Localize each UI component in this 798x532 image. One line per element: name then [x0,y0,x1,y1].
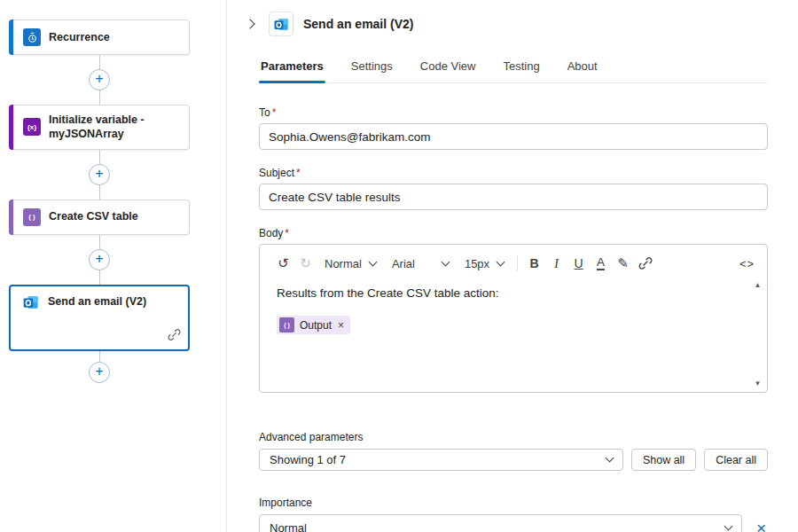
panel-header: Send an email (V2) [241,12,798,36]
plus-icon: + [95,167,103,181]
tab-settings[interactable]: Settings [349,54,395,82]
recurrence-icon [23,28,41,46]
tab-testing[interactable]: Testing [501,54,541,82]
italic-icon[interactable]: I [545,252,567,275]
highlight-icon[interactable]: ✎ [612,252,634,275]
chevron-down-icon [724,521,732,530]
font-size-dropdown[interactable]: 15px [457,252,512,275]
importance-row: Normal × [259,514,768,532]
panel-tabs: Parameters Settings Code View Testing Ab… [259,54,768,83]
create-csv-table-icon: ( ) [23,208,41,226]
bold-icon[interactable]: B [523,252,545,275]
collapse-panel-button[interactable] [241,13,259,35]
paragraph-style-dropdown[interactable]: Normal [317,252,384,275]
show-all-button[interactable]: Show all [631,449,696,471]
tab-about[interactable]: About [566,54,599,82]
node-label: Initialize variable - myJSONArray [49,113,180,142]
subject-label: Subject* [259,167,768,179]
flow-node-initialize-variable[interactable]: {x} Initialize variable - myJSONArray [9,105,190,150]
tab-code-view[interactable]: Code View [419,54,478,82]
body-field: Body* ↺ ↻ Normal Arial [259,227,768,393]
insert-step-button[interactable]: + [89,362,110,383]
insert-step-button[interactable]: + [89,249,110,270]
insert-step-button[interactable]: + [89,69,110,90]
plus-icon: + [95,364,103,379]
scroll-down-icon[interactable]: ▼ [755,380,762,387]
advanced-parameters-dropdown[interactable]: Showing 1 of 7 [259,449,623,471]
font-color-icon[interactable]: A [590,252,612,275]
node-header: Send an email (V2) [22,293,181,311]
required-asterisk: * [272,106,277,119]
advanced-parameters-label: Advanced parameters [259,431,768,443]
to-input[interactable] [259,123,768,150]
flow-connector: + [9,150,190,200]
tab-parameters[interactable]: Parameters [259,54,325,82]
remove-token-icon[interactable]: × [338,319,344,332]
required-asterisk: * [296,167,301,179]
link-icon[interactable] [168,328,181,345]
flow-node-send-email-selected[interactable]: Send an email (V2) [9,285,190,351]
font-family-dropdown[interactable]: Arial [384,252,457,275]
to-field: To* [259,106,768,150]
output-token-chip[interactable]: ( ) Output × [277,316,350,334]
outlook-icon [22,293,40,311]
flow-canvas: Recurrence + {x} Initialize variable - m… [0,0,227,532]
undo-icon[interactable]: ↺ [272,252,294,275]
flow-connector: + [9,55,190,105]
flow-node-create-csv-table[interactable]: ( ) Create CSV table [9,200,190,235]
flow-connector: + [9,235,190,285]
size-value: 15px [465,257,489,270]
node-label: Create CSV table [49,209,138,223]
parameters-form: To* Subject* Body* ↺ ↻ [259,106,768,532]
insert-link-icon[interactable] [634,252,656,275]
importance-dropdown[interactable]: Normal [259,514,742,532]
node-label: Recurrence [49,30,110,44]
html-code-view-icon[interactable]: <> [736,252,758,275]
subject-field: Subject* [259,167,768,210]
chevron-down-icon [497,257,505,266]
body-label: Body* [259,227,768,239]
scroll-up-icon[interactable]: ▲ [755,282,762,289]
token-label: Output [300,319,332,332]
editor-scrollbar[interactable]: ▲ ▼ [752,282,763,387]
body-text: Results from the Create CSV table action… [277,286,737,300]
underline-icon[interactable]: U [567,252,590,275]
label-text: To [259,106,270,119]
plus-icon: + [95,72,103,86]
font-value: Arial [392,257,415,270]
redo-icon[interactable]: ↻ [294,252,317,275]
to-label: To* [259,106,768,119]
rich-text-editor: ↺ ↻ Normal Arial 15px [259,244,768,393]
flow-node-recurrence[interactable]: Recurrence [9,20,190,55]
dropdown-value: Showing 1 of 7 [270,453,346,466]
required-asterisk: * [285,227,289,239]
chevron-down-icon [368,257,377,266]
node-label: Send an email (V2) [48,294,146,309]
remove-importance-icon[interactable]: × [755,520,768,532]
toolbar-divider [517,255,518,271]
style-value: Normal [325,257,362,270]
label-text: Body [259,227,283,239]
editor-toolbar: ↺ ↻ Normal Arial 15px [260,245,767,278]
action-panel: Send an email (V2) Parameters Settings C… [227,0,798,532]
panel-title: Send an email (V2) [303,17,413,31]
label-text: Subject [259,167,294,179]
advanced-parameters-row: Showing 1 of 7 Show all Clear all [259,449,768,471]
node-footer [22,319,181,345]
initialize-variable-icon: {x} [23,118,41,136]
flow-connector: + [9,351,190,394]
email-body-content[interactable]: Results from the Create CSV table action… [260,278,767,334]
chevron-down-icon [605,454,614,463]
plus-icon: + [95,252,103,266]
dropdown-value: Normal [270,521,307,532]
importance-label: Importance [259,497,768,509]
chevron-down-icon [441,257,450,266]
subject-input[interactable] [259,184,768,210]
clear-all-button[interactable]: Clear all [704,449,768,471]
power-automate-designer: Recurrence + {x} Initialize variable - m… [0,0,798,532]
chevron-right-icon [245,19,254,28]
insert-step-button[interactable]: + [89,164,110,185]
font-color-glyph: A [597,256,605,271]
data-operation-icon: ( ) [279,317,294,332]
outlook-icon [269,12,293,36]
